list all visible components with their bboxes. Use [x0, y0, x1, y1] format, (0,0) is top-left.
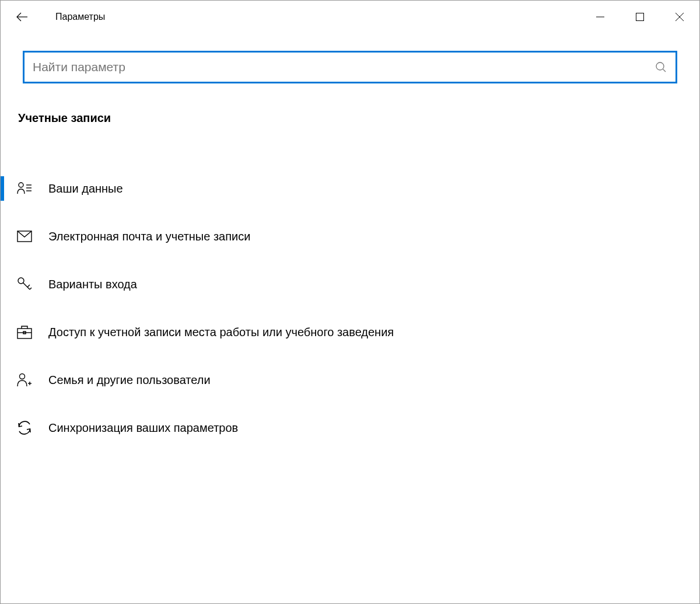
menu-item-label: Варианты входа: [48, 278, 137, 291]
menu-item-label: Семья и другие пользователи: [48, 373, 211, 387]
svg-line-14: [27, 285, 30, 287]
briefcase-icon: [1, 325, 48, 339]
maximize-button[interactable]: [620, 1, 660, 33]
svg-point-7: [19, 183, 23, 187]
menu-item-signin-options[interactable]: Варианты входа: [1, 260, 699, 308]
close-icon: [676, 13, 684, 21]
search-icon: [655, 61, 667, 73]
menu-item-sync[interactable]: Синхронизация ваших параметров: [1, 404, 699, 452]
person-list-icon: [1, 181, 48, 196]
minimize-icon: [596, 13, 604, 21]
menu-item-family-users[interactable]: Семья и другие пользователи: [1, 356, 699, 404]
menu-item-label: Ваши данные: [48, 182, 123, 195]
svg-line-6: [663, 69, 666, 72]
menu-item-email-accounts[interactable]: Электронная почта и учетные записи: [1, 212, 699, 260]
person-add-icon: [1, 372, 48, 387]
menu-item-your-info[interactable]: Ваши данные: [1, 165, 699, 212]
svg-point-19: [20, 374, 25, 379]
mail-icon: [1, 231, 48, 242]
search-area: [1, 33, 699, 83]
menu-item-label: Синхронизация ваших параметров: [48, 421, 238, 435]
search-input[interactable]: [24, 53, 646, 82]
menu-item-work-school[interactable]: Доступ к учетной записи места работы или…: [1, 308, 699, 356]
menu-item-label: Доступ к учетной записи места работы или…: [48, 326, 394, 339]
app-title: Параметры: [43, 12, 105, 22]
svg-point-5: [656, 62, 664, 70]
maximize-icon: [636, 13, 644, 21]
svg-line-15: [30, 288, 32, 289]
minimize-button[interactable]: [580, 1, 620, 33]
search-icon-button[interactable]: [646, 53, 676, 82]
sync-icon: [1, 420, 48, 435]
key-icon: [1, 277, 48, 292]
back-button[interactable]: [1, 1, 43, 33]
search-field[interactable]: [23, 51, 677, 83]
window-controls: [580, 1, 699, 33]
section-heading: Учетные записи: [1, 83, 699, 125]
svg-rect-2: [636, 13, 644, 21]
menu-item-label: Электронная почта и учетные записи: [48, 230, 250, 243]
menu-list: Ваши данные Электронная почта и учетные …: [1, 165, 699, 452]
titlebar: Параметры: [1, 1, 699, 33]
close-button[interactable]: [660, 1, 699, 33]
back-arrow-icon: [15, 10, 29, 24]
